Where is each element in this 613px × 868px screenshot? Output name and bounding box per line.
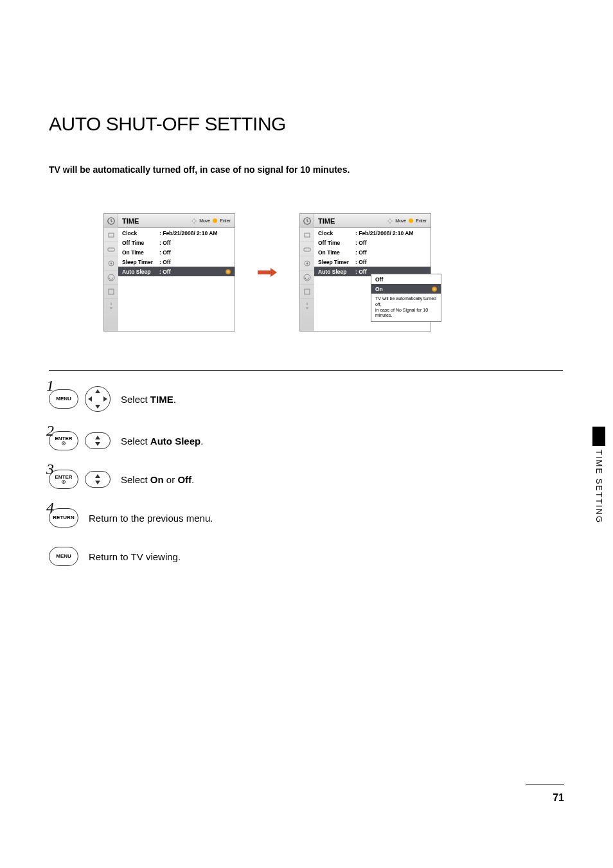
step-number: 2 bbox=[46, 422, 54, 439]
page-number-rule bbox=[526, 784, 564, 784]
svg-rect-8 bbox=[305, 233, 310, 237]
menu-value: Off bbox=[159, 259, 170, 265]
svg-point-4 bbox=[111, 262, 112, 264]
enter-dot-icon bbox=[409, 218, 413, 223]
menu-row-ontime[interactable]: On TimeOff bbox=[118, 247, 235, 257]
step-5: MENU Return to TV viewing. bbox=[49, 547, 563, 566]
step-text: Select Auto Sleep. bbox=[121, 436, 203, 447]
menu-row-ontime[interactable]: On TimeOff bbox=[314, 247, 431, 257]
menu-label: On Time bbox=[318, 249, 355, 256]
menu-label: Off Time bbox=[318, 240, 355, 246]
up-arrow-icon bbox=[95, 474, 100, 478]
osd-screenshots: TIME Move Enter ClockFe bbox=[103, 213, 563, 332]
sidebar-icon bbox=[300, 299, 314, 313]
selection-dot-icon bbox=[432, 287, 437, 292]
osd-header: TIME Move Enter bbox=[104, 214, 235, 228]
menu-value: Off bbox=[355, 240, 366, 246]
step-text: Return to the previous menu. bbox=[89, 513, 213, 524]
sidebar-icon bbox=[104, 242, 118, 256]
menu-value: Off bbox=[355, 249, 366, 256]
sidebar-icon bbox=[300, 270, 314, 285]
menu-value: Off bbox=[159, 240, 170, 246]
down-arrow-icon bbox=[95, 405, 100, 409]
step-text: Return to TV viewing. bbox=[89, 551, 181, 562]
updown-button[interactable] bbox=[85, 432, 111, 449]
svg-rect-9 bbox=[304, 248, 310, 251]
page-description: TV will be automatically turned off, in … bbox=[49, 164, 563, 175]
hint-move: Move bbox=[395, 218, 406, 223]
menu-row-offtime[interactable]: Off TimeOff bbox=[118, 238, 235, 247]
step-number: 4 bbox=[46, 499, 54, 517]
menu-value: Feb/21/2008/ 2:10 AM bbox=[159, 230, 217, 236]
dpad-button[interactable] bbox=[85, 386, 111, 412]
svg-rect-13 bbox=[305, 289, 310, 294]
popup-note-line: in case of No Signal for 10 minutes. bbox=[375, 308, 437, 319]
menu-label: Sleep Timer bbox=[122, 259, 159, 265]
sidebar-icon bbox=[104, 285, 118, 299]
menu-label: Auto Sleep bbox=[122, 269, 159, 275]
svg-rect-6 bbox=[109, 289, 114, 294]
osd-hints: Move Enter bbox=[387, 218, 431, 224]
menu-button[interactable]: MENU bbox=[49, 547, 78, 566]
menu-value: Off bbox=[355, 259, 366, 265]
section-label: TIME SETTING bbox=[594, 450, 604, 524]
move-icon bbox=[387, 218, 393, 224]
right-arrow-icon bbox=[103, 396, 107, 402]
menu-value: Off bbox=[159, 269, 170, 275]
osd-title: TIME bbox=[118, 217, 191, 225]
menu-row-clock[interactable]: ClockFeb/21/2008/ 2:10 AM bbox=[314, 228, 431, 238]
menu-label: Off Time bbox=[122, 240, 159, 246]
step-2: 2 ENTER Select Auto Sleep. bbox=[49, 431, 563, 450]
popup-note-line: TV will be automatically turned off, bbox=[375, 296, 437, 308]
step-4: 4 RETURN Return to the previous menu. bbox=[49, 508, 563, 527]
sidebar-icon bbox=[104, 228, 118, 242]
step-text: Select On or Off. bbox=[121, 474, 194, 485]
hint-move: Move bbox=[199, 218, 210, 223]
svg-rect-1 bbox=[109, 233, 114, 237]
step-text: Select TIME. bbox=[121, 394, 176, 405]
osd-header: TIME Move Enter bbox=[300, 214, 431, 228]
osd-title: TIME bbox=[314, 217, 387, 225]
menu-row-sleeptimer[interactable]: Sleep TimerOff bbox=[118, 257, 235, 267]
menu-row-offtime[interactable]: Off TimeOff bbox=[314, 238, 431, 247]
osd-before: TIME Move Enter ClockFe bbox=[103, 213, 235, 332]
menu-value: Off bbox=[159, 249, 170, 256]
autosleep-popup: Off On TV will be automatically turned o… bbox=[371, 274, 441, 322]
clock-icon bbox=[300, 214, 314, 228]
osd-hints: Move Enter bbox=[191, 218, 235, 224]
menu-row-clock[interactable]: ClockFeb/21/2008/ 2:10 AM bbox=[118, 228, 235, 238]
sidebar-icon bbox=[300, 256, 314, 270]
divider bbox=[49, 370, 563, 371]
popup-option-label: On bbox=[375, 286, 383, 292]
popup-option-off[interactable]: Off bbox=[371, 274, 441, 284]
move-icon bbox=[191, 218, 197, 224]
osd-after: TIME Move Enter ClockFe bbox=[299, 213, 431, 332]
osd-sidebar bbox=[300, 228, 314, 331]
selection-dot-icon bbox=[226, 269, 231, 274]
clock-icon bbox=[104, 214, 118, 228]
sidebar-icon bbox=[300, 285, 314, 299]
menu-label: On Time bbox=[122, 249, 159, 256]
menu-label: Clock bbox=[318, 230, 355, 236]
down-arrow-icon bbox=[95, 442, 100, 446]
sidebar-icon bbox=[104, 270, 118, 285]
up-arrow-icon bbox=[95, 436, 100, 439]
hint-enter: Enter bbox=[416, 218, 427, 223]
menu-row-sleeptimer[interactable]: Sleep TimerOff bbox=[314, 257, 431, 267]
menu-value: Off bbox=[355, 269, 366, 275]
updown-button[interactable] bbox=[85, 471, 111, 488]
page-number: 71 bbox=[553, 792, 564, 804]
enter-dot-icon bbox=[213, 218, 217, 223]
down-arrow-icon bbox=[95, 481, 100, 484]
popup-option-on[interactable]: On bbox=[371, 284, 441, 294]
step-number: 1 bbox=[46, 377, 54, 394]
menu-row-autosleep[interactable]: Auto SleepOff bbox=[118, 267, 235, 276]
menu-value: Feb/21/2008/ 2:10 AM bbox=[355, 230, 413, 236]
osd-sidebar bbox=[104, 228, 118, 331]
enter-dot-icon bbox=[62, 441, 66, 445]
up-arrow-icon bbox=[95, 389, 100, 393]
step-number: 3 bbox=[46, 461, 54, 478]
left-arrow-icon bbox=[88, 396, 92, 402]
step-1: 1 MENU Select TIME. bbox=[49, 386, 563, 412]
step-3: 3 ENTER Select On or Off. bbox=[49, 470, 563, 489]
